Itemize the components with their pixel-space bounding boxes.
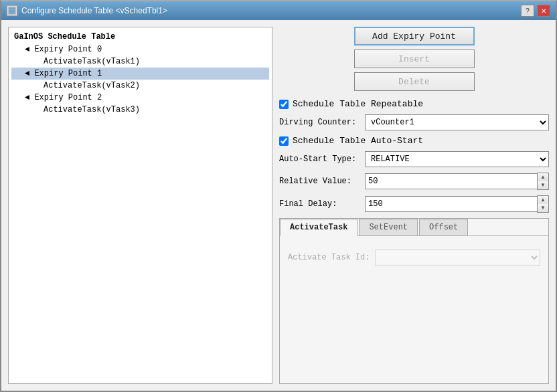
- tree-panel: GaInOS Schedule Table ◄ Expiry Point 0 A…: [8, 27, 272, 384]
- insert-button[interactable]: Insert: [354, 50, 475, 68]
- auto-start-type-select[interactable]: RELATIVE ABSOLUTE: [365, 151, 549, 167]
- repeatable-row: Schedule Table Repeatable: [279, 99, 549, 109]
- relative-value-down[interactable]: ▼: [538, 181, 548, 189]
- tab-activate-task[interactable]: ActivateTask: [280, 219, 357, 236]
- right-panel: Add Expiry Point Insert Delete Schedule …: [279, 27, 549, 384]
- tab-set-event[interactable]: SetEvent: [359, 219, 418, 235]
- tree-item-ep2-task[interactable]: ActivateTask(vTask3): [11, 104, 269, 116]
- driving-counter-select[interactable]: vCounter1 vCounter2: [365, 114, 549, 130]
- repeatable-checkbox[interactable]: [279, 100, 289, 109]
- tree-item-ep0-task[interactable]: ActivateTask(vTask1): [11, 56, 269, 68]
- delete-button[interactable]: Delete: [354, 72, 475, 91]
- title-bar: Configure Schedule Table <vSchedTbl1> ? …: [1, 1, 556, 20]
- tree-area: GaInOS Schedule Table ◄ Expiry Point 0 A…: [9, 27, 272, 118]
- final-delay-row: Final Delay: ▲ ▼: [279, 195, 549, 213]
- auto-start-label: Schedule Table Auto-Start: [293, 136, 423, 146]
- tree-item-ep2[interactable]: ◄ Expiry Point 2: [11, 92, 269, 104]
- final-delay-up[interactable]: ▲: [538, 196, 548, 204]
- auto-start-checkbox[interactable]: [279, 136, 289, 146]
- driving-counter-row: Dirving Counter: vCounter1 vCounter2: [279, 114, 549, 130]
- window-title: Configure Schedule Table <vSchedTbl1>: [21, 6, 167, 15]
- activate-task-id-label: Activate Task Id:: [288, 253, 370, 262]
- tab-container: ActivateTask SetEvent Offset Activate Ta…: [279, 218, 549, 384]
- auto-start-type-label: Auto-Start Type:: [279, 155, 360, 164]
- close-button[interactable]: ✕: [537, 5, 550, 17]
- final-delay-down[interactable]: ▼: [538, 204, 548, 212]
- tree-item-ep1-task[interactable]: ActivateTask(vTask2): [11, 80, 269, 92]
- button-group: Add Expiry Point Insert Delete: [279, 27, 549, 91]
- activate-task-id-row: Activate Task Id:: [288, 244, 540, 271]
- tree-item-ep1[interactable]: ◄ Expiry Point 1: [11, 68, 269, 80]
- final-delay-input[interactable]: [365, 196, 537, 212]
- driving-counter-label: Dirving Counter:: [279, 118, 360, 127]
- content-area: GaInOS Schedule Table ◄ Expiry Point 0 A…: [1, 20, 556, 391]
- tree-root: GaInOS Schedule Table: [11, 30, 269, 43]
- relative-value-label: Relative Value:: [279, 177, 360, 186]
- form-area: Schedule Table Repeatable Dirving Counte…: [279, 96, 549, 213]
- window-icon: [7, 5, 17, 16]
- svg-rect-0: [9, 7, 15, 14]
- add-expiry-point-button[interactable]: Add Expiry Point: [354, 27, 475, 45]
- activate-task-id-select[interactable]: [375, 250, 540, 266]
- tab-activate-task-content: Activate Task Id:: [280, 236, 548, 279]
- final-delay-spinbox: ▲ ▼: [365, 195, 549, 213]
- tab-header: ActivateTask SetEvent Offset: [280, 219, 548, 236]
- auto-start-row: Schedule Table Auto-Start: [279, 136, 549, 146]
- repeatable-label: Schedule Table Repeatable: [293, 99, 423, 109]
- relative-value-row: Relative Value: ▲ ▼: [279, 173, 549, 190]
- final-delay-label: Final Delay:: [279, 199, 360, 209]
- relative-value-input[interactable]: [365, 173, 537, 189]
- tree-item-ep0[interactable]: ◄ Expiry Point 0: [11, 43, 269, 56]
- tab-offset[interactable]: Offset: [419, 219, 468, 235]
- relative-value-spinbox: ▲ ▼: [365, 173, 549, 190]
- auto-start-type-row: Auto-Start Type: RELATIVE ABSOLUTE: [279, 151, 549, 167]
- help-button[interactable]: ?: [521, 5, 534, 17]
- main-window: Configure Schedule Table <vSchedTbl1> ? …: [0, 0, 557, 392]
- relative-value-up[interactable]: ▲: [538, 173, 548, 181]
